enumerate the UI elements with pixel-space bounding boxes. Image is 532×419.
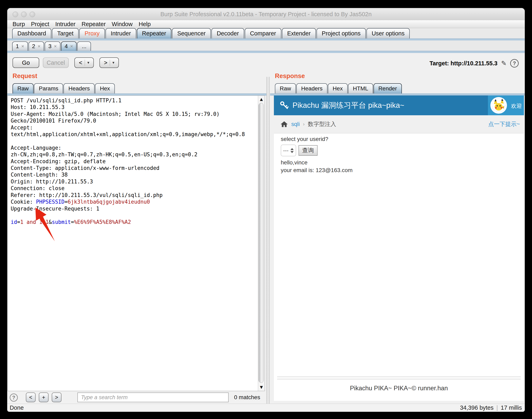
request-line: Origin: http://10.211.55.3 bbox=[11, 178, 258, 185]
cancel-button[interactable]: Cancel bbox=[43, 57, 69, 68]
pikachu-icon bbox=[491, 97, 507, 113]
breadcrumb-current: 数字型注入 bbox=[308, 120, 336, 128]
status-millis: 17 millis bbox=[501, 404, 522, 412]
request-line: Content-Type: application/x-www-form-url… bbox=[11, 165, 258, 171]
repeater-tab-label: ... bbox=[82, 43, 86, 50]
tab-decoder[interactable]: Decoder bbox=[211, 28, 244, 39]
close-tab-icon[interactable]: × bbox=[54, 43, 57, 49]
response-tab-raw[interactable]: Raw bbox=[275, 83, 296, 93]
request-tab-hex[interactable]: Hex bbox=[95, 83, 115, 93]
request-line: Cookie: PHPSESSID=6jk3lntba6qjgojabv4ieu… bbox=[11, 198, 258, 205]
close-tab-icon[interactable]: × bbox=[21, 43, 24, 49]
request-line bbox=[11, 138, 258, 144]
search-input[interactable] bbox=[77, 393, 228, 402]
scroll-down-icon[interactable]: ▼ bbox=[258, 384, 265, 391]
tab-dashboard[interactable]: Dashboard bbox=[12, 28, 51, 39]
request-editor[interactable]: POST /vul/sqli/sqli_id.php HTTP/1.1Host:… bbox=[8, 95, 265, 391]
tab-zone: DashboardTargetProxyIntruderRepeaterSequ… bbox=[7, 28, 525, 53]
title-bar: Burp Suite Professional v2.0.11beta - Te… bbox=[7, 8, 525, 20]
response-tab-hex[interactable]: Hex bbox=[328, 83, 348, 93]
menu-window[interactable]: Window bbox=[112, 21, 133, 27]
chevron-down-icon[interactable]: ▾ bbox=[110, 60, 114, 66]
request-tab-params[interactable]: Params bbox=[34, 83, 63, 93]
request-line: Host: 10.211.55.3 bbox=[11, 104, 258, 111]
request-tab-raw[interactable]: Raw bbox=[13, 83, 34, 93]
request-line: Connection: close bbox=[11, 185, 258, 192]
help-icon[interactable]: ? bbox=[510, 59, 519, 67]
hint-link[interactable]: 点一下提示~ bbox=[488, 115, 520, 133]
tab-target[interactable]: Target bbox=[52, 28, 79, 39]
request-line: Referer: http://10.211.55.3/vul/sqli/sql… bbox=[11, 192, 258, 198]
go-button[interactable]: Go bbox=[13, 57, 39, 68]
request-raw-text[interactable]: POST /vul/sqli/sqli_id.php HTTP/1.1Host:… bbox=[8, 96, 258, 391]
target-line: Target: http://10.211.55.3 ✎ ? bbox=[430, 59, 519, 67]
cancel-button-label: Cancel bbox=[47, 59, 65, 66]
tab-project-options[interactable]: Project options bbox=[317, 28, 366, 39]
status-bar: Done 34,396 bytes | 17 millis bbox=[7, 404, 525, 412]
request-line: POST /vul/sqli/sqli_id.php HTTP/1.1 bbox=[11, 97, 258, 104]
repeater-tabs: 1×2×3×4×... bbox=[12, 41, 91, 51]
request-line bbox=[11, 212, 258, 219]
tab-sequencer[interactable]: Sequencer bbox=[172, 28, 211, 39]
tab-repeater[interactable]: Repeater bbox=[137, 28, 171, 39]
response-render-view: Pikachu 漏洞练习平台 pika~pika~ bbox=[274, 95, 524, 401]
close-tab-icon[interactable]: × bbox=[70, 43, 73, 49]
repeater-tab-label: 3 bbox=[48, 43, 51, 50]
search-next-button[interactable]: > bbox=[52, 393, 62, 402]
next-request-button[interactable]: > ▾ bbox=[100, 57, 119, 68]
close-tab-icon[interactable]: × bbox=[38, 43, 40, 49]
prev-request-button[interactable]: < ▾ bbox=[74, 57, 94, 68]
request-line: Accept: bbox=[11, 124, 258, 131]
tab-intruder[interactable]: Intruder bbox=[105, 28, 136, 39]
response-tab-html[interactable]: HTML bbox=[348, 83, 373, 93]
search-help-icon[interactable]: ? bbox=[10, 393, 18, 402]
search-toolbar: ? <+> 0 matches bbox=[7, 391, 266, 404]
menu-help[interactable]: Help bbox=[139, 21, 151, 27]
tab-strip-bottom bbox=[7, 51, 525, 53]
tab-extender[interactable]: Extender bbox=[282, 28, 316, 39]
repeater-tab-label: 2 bbox=[32, 43, 35, 50]
status-separator: | bbox=[496, 404, 498, 412]
breadcrumb-link-sqli[interactable]: sqli bbox=[291, 121, 300, 127]
search-add-button[interactable]: + bbox=[39, 393, 49, 402]
userid-select-value: --- bbox=[283, 147, 289, 154]
window-title: Burp Suite Professional v2.0.11beta - Te… bbox=[7, 8, 525, 20]
response-tab-headers[interactable]: Headers bbox=[296, 83, 328, 93]
tab-proxy[interactable]: Proxy bbox=[79, 28, 105, 39]
repeater-tab-more[interactable]: ... bbox=[77, 41, 91, 51]
query-submit-button[interactable]: 查询 bbox=[299, 145, 317, 156]
request-line: Accept-Encoding: gzip, deflate bbox=[11, 158, 258, 165]
tab-user-options[interactable]: User options bbox=[367, 28, 410, 39]
result-email: your email is: 123@163.com bbox=[281, 167, 353, 173]
menu-repeater[interactable]: Repeater bbox=[81, 21, 105, 27]
request-tab-headers[interactable]: Headers bbox=[63, 83, 95, 93]
repeater-tab-3[interactable]: 3× bbox=[45, 41, 61, 51]
search-prev-button[interactable]: < bbox=[26, 393, 36, 402]
request-line: zh-CN,zh;q=0.8,zh-TW;q=0.7,zh-HK;q=0.5,e… bbox=[11, 151, 258, 158]
panel-splitter[interactable] bbox=[266, 77, 270, 404]
result-greeting: hello,vince bbox=[281, 159, 307, 166]
repeater-tab-4[interactable]: 4× bbox=[61, 41, 77, 51]
repeater-tab-label: 1 bbox=[16, 43, 19, 50]
menu-burp[interactable]: Burp bbox=[13, 21, 25, 27]
userid-select[interactable]: --- bbox=[281, 144, 296, 156]
select-spinner-icon bbox=[291, 148, 294, 153]
repeater-tab-2[interactable]: 2× bbox=[28, 41, 44, 51]
breadcrumb-bar: sqli › 数字型注入 点一下提示~ bbox=[274, 115, 524, 133]
repeater-tab-label: 4 bbox=[65, 43, 68, 50]
response-panel-title: Response bbox=[275, 72, 305, 80]
scroll-up-icon[interactable]: ▲ bbox=[258, 96, 265, 103]
request-scrollbar[interactable]: ▲ ▼ bbox=[258, 96, 265, 391]
menu-project[interactable]: Project bbox=[31, 21, 49, 27]
avatar[interactable] bbox=[490, 97, 507, 114]
chevron-down-icon[interactable]: ▾ bbox=[85, 60, 89, 66]
tab-comparer[interactable]: Comparer bbox=[245, 28, 281, 39]
response-tab-render[interactable]: Render bbox=[374, 83, 402, 93]
home-icon[interactable] bbox=[280, 120, 288, 128]
userid-question: select your userid? bbox=[281, 136, 328, 142]
scrollbar-thumb[interactable] bbox=[258, 103, 264, 383]
repeater-tab-1[interactable]: 1× bbox=[12, 41, 28, 51]
status-done: Done bbox=[10, 404, 24, 412]
menu-intruder[interactable]: Intruder bbox=[55, 21, 76, 27]
edit-target-icon[interactable]: ✎ bbox=[501, 59, 507, 67]
